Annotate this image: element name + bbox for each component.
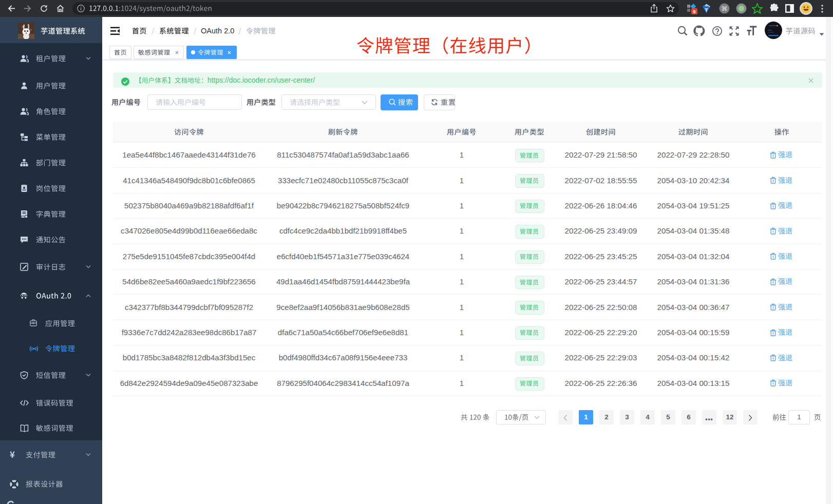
svg-text:⌘: ⌘: [722, 5, 728, 12]
svg-text:9: 9: [693, 9, 695, 14]
